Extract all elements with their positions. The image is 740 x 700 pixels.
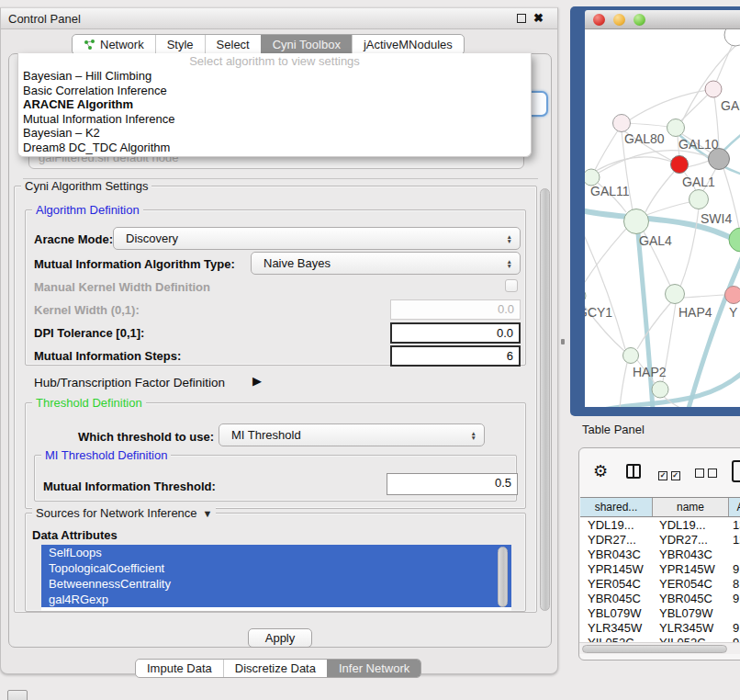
table-row[interactable]: YER054CYER054C8. <box>580 577 740 592</box>
table-row[interactable]: YBR045CYBR045C9. <box>580 592 740 606</box>
menu-item-dream8[interactable]: Dream8 DC_TDC Algorithm <box>18 141 531 155</box>
edge[interactable] <box>637 302 671 349</box>
node-hap4[interactable] <box>666 285 685 304</box>
node-gal10[interactable] <box>667 119 685 137</box>
mi-steps-input[interactable]: 6 <box>390 345 521 367</box>
attributes-list-scrollbar[interactable] <box>498 547 508 607</box>
node-bright-green[interactable] <box>729 228 740 252</box>
tab-impute-data[interactable]: Impute Data <box>136 660 223 677</box>
data-attributes-list[interactable]: SelfLoops TopologicalCoefficient Between… <box>41 545 511 611</box>
edge[interactable] <box>585 229 626 289</box>
network-window-titlebar[interactable] <box>585 10 740 29</box>
menu-item-bayesian-k2[interactable]: Bayesian – K2 <box>18 126 531 141</box>
data-table-combo-fragment[interactable]: galFiltered.sif default node <box>28 156 524 170</box>
mi-algorithm-type-value: Naive Bayes <box>263 256 331 270</box>
select-all-checks-icon[interactable]: ✓ ✓ <box>658 467 680 480</box>
edge[interactable] <box>688 252 740 407</box>
edge[interactable] <box>620 363 627 407</box>
column-header-shared[interactable]: shared... <box>580 498 653 516</box>
tab-style[interactable]: Style <box>155 35 205 54</box>
edge[interactable] <box>599 151 709 173</box>
list-item-selfloops[interactable]: SelfLoops <box>41 545 511 560</box>
expand-down-icon[interactable]: ▼ <box>203 508 213 519</box>
node-gal80[interactable] <box>613 115 631 132</box>
which-threshold-combo[interactable]: MI Threshold ▲▼ <box>219 423 485 446</box>
settings-scrollbar[interactable] <box>540 188 550 611</box>
edge[interactable] <box>629 89 713 120</box>
edge[interactable] <box>596 157 672 171</box>
control-panel-title: Control Panel <box>8 12 81 26</box>
table-row[interactable]: YBR043CYBR043C <box>580 548 740 562</box>
tab-select-label: Select <box>217 38 250 51</box>
table-row[interactable]: YPR145WYPR145W9. <box>580 562 740 577</box>
apply-button[interactable]: Apply <box>248 628 312 648</box>
menu-item-bayesian-hill-climbing[interactable]: Bayesian – Hill Climbing <box>18 69 531 84</box>
menu-item-mutual-information[interactable]: Mutual Information Inference <box>18 112 531 127</box>
node-gal4[interactable] <box>624 209 649 234</box>
edge[interactable] <box>645 171 675 212</box>
gear-icon[interactable]: ⚙ <box>593 461 608 481</box>
tab-cyni-toolbox[interactable]: Cyni Toolbox <box>261 35 352 54</box>
tab-infer-network[interactable]: Infer Network <box>327 660 420 677</box>
edge[interactable] <box>585 227 625 349</box>
panel-divider-handle[interactable] <box>561 339 565 344</box>
node-pink[interactable] <box>725 287 740 304</box>
minimize-traffic-light[interactable] <box>613 14 625 26</box>
expand-right-icon[interactable]: ▶ <box>252 374 262 388</box>
tab-select[interactable]: Select <box>205 35 261 54</box>
node-hap2[interactable] <box>623 348 639 364</box>
kernel-width-input[interactable]: 0.0 <box>390 299 521 320</box>
table-row[interactable]: YBL079WYBL079W <box>580 606 740 621</box>
mi-threshold-input[interactable]: 0.5 <box>387 473 518 495</box>
node[interactable] <box>724 29 740 46</box>
tab-discretize-data-label: Discretize Data <box>235 661 316 675</box>
edge[interactable] <box>687 161 709 167</box>
network-icon <box>84 39 95 51</box>
aracne-mode-combo[interactable]: Discovery ▲▼ <box>113 227 521 250</box>
data-attributes-label: Data Attributes <box>32 528 118 542</box>
node[interactable] <box>652 381 668 398</box>
menu-item-aracne[interactable]: ARACNE Algorithm <box>18 97 531 112</box>
menu-item-basic-correlation[interactable]: Basic Correlation Inference <box>18 84 531 98</box>
tab-jactivemnodules-label: jActiveMNodules <box>364 38 453 51</box>
tab-network[interactable]: Network <box>73 35 155 54</box>
dpi-tolerance-input[interactable]: 0.0 <box>390 322 521 344</box>
window-grip[interactable] <box>7 690 28 700</box>
tab-jactivemnodules[interactable]: jActiveMNodules <box>352 35 464 54</box>
table-horizontal-scrollbar[interactable] <box>579 642 740 654</box>
edge[interactable] <box>638 233 653 407</box>
edge[interactable] <box>683 295 725 298</box>
list-item-topologicalcoefficient[interactable]: TopologicalCoefficient <box>41 560 511 576</box>
deselect-all-checks-icon[interactable] <box>695 467 717 480</box>
table-row[interactable]: YLR345WYLR345W9. <box>580 621 740 636</box>
list-item-gal4rgexp[interactable]: gal4RGexp <box>41 592 511 607</box>
stepper-icon: ▲▼ <box>471 431 477 440</box>
manual-kernel-width-checkbox[interactable] <box>505 279 518 292</box>
edge[interactable] <box>646 202 690 215</box>
dpi-tolerance-label: DPI Tolerance [0,1]: <box>34 326 144 340</box>
control-panel-tabs: Network Style Select Cyni Toolbox jActiv… <box>72 34 465 55</box>
list-item-betweennesscentrality[interactable]: BetweennessCentrality <box>41 576 511 592</box>
table-row[interactable]: YDR27...YDR27...12 <box>580 533 740 548</box>
node-label: GAL10 <box>678 137 719 152</box>
column-header-third[interactable]: A <box>729 498 740 516</box>
which-threshold-value: MI Threshold <box>231 428 301 442</box>
float-window-icon[interactable] <box>517 14 526 23</box>
new-table-icon[interactable] <box>732 460 740 482</box>
tab-discretize-data[interactable]: Discretize Data <box>223 660 327 677</box>
node-swi4[interactable] <box>690 190 709 209</box>
network-graph[interactable]: GAL GAL80 GAL10 GAL11 GAL1 SWI4 GAL4 GCY… <box>585 29 740 407</box>
node[interactable] <box>705 81 722 97</box>
zoom-traffic-light[interactable] <box>633 14 645 26</box>
node-red[interactable] <box>671 156 689 174</box>
mi-algorithm-type-combo[interactable]: Naive Bayes ▲▼ <box>251 252 521 275</box>
node-gcy1[interactable] <box>585 288 586 303</box>
table-row[interactable]: YDL19...YDL19...13 <box>580 518 740 533</box>
close-icon[interactable]: ✖ <box>533 11 544 25</box>
column-header-name[interactable]: name <box>653 498 729 516</box>
scrollbar-thumb[interactable] <box>582 645 727 653</box>
columns-icon[interactable] <box>626 464 641 479</box>
edge[interactable] <box>723 130 740 152</box>
close-traffic-light[interactable] <box>593 14 605 26</box>
network-canvas[interactable]: GAL GAL80 GAL10 GAL11 GAL1 SWI4 GAL4 GCY… <box>585 29 740 407</box>
